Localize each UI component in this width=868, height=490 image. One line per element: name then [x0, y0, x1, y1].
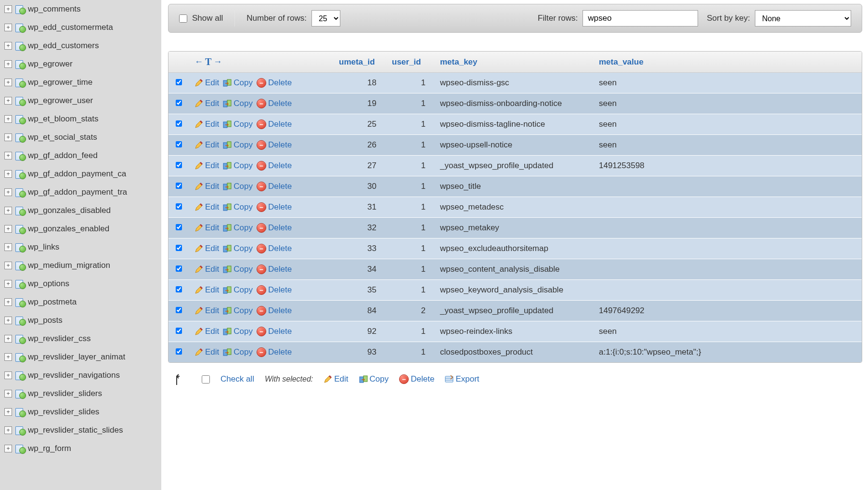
copy-button[interactable]: Copy	[223, 244, 253, 253]
table-name-label[interactable]: wp_options	[28, 279, 69, 289]
row-checkbox[interactable]	[176, 183, 182, 189]
expand-icon[interactable]: +	[4, 97, 12, 105]
expand-icon[interactable]: +	[4, 262, 12, 269]
table-name-label[interactable]: wp_gonzales_enabled	[28, 224, 109, 234]
delete-button[interactable]: –Delete	[257, 182, 292, 191]
expand-icon[interactable]: +	[4, 225, 12, 233]
copy-button[interactable]: Copy	[223, 202, 253, 212]
arrow-left-icon[interactable]: ←	[194, 57, 203, 67]
bulk-copy-button[interactable]: Copy	[359, 374, 389, 384]
check-all-link[interactable]: Check all	[220, 374, 254, 384]
check-all-checkbox[interactable]	[202, 375, 210, 384]
delete-button[interactable]: –Delete	[257, 78, 292, 88]
table-name-label[interactable]: wp_et_social_stats	[28, 132, 97, 142]
delete-button[interactable]: –Delete	[257, 223, 292, 233]
table-name-label[interactable]: wp_links	[28, 242, 59, 252]
expand-icon[interactable]: +	[4, 371, 12, 379]
expand-icon[interactable]: +	[4, 335, 12, 343]
th-user-id[interactable]: user_id	[386, 52, 434, 73]
expand-icon[interactable]: +	[4, 426, 12, 434]
copy-button[interactable]: Copy	[223, 265, 253, 274]
edit-button[interactable]: Edit	[194, 78, 219, 88]
expand-icon[interactable]: +	[4, 42, 12, 50]
delete-button[interactable]: –Delete	[257, 347, 292, 357]
bulk-export-button[interactable]: Export	[445, 374, 479, 384]
fulltext-icon[interactable]: T	[205, 56, 211, 67]
expand-icon[interactable]: +	[4, 243, 12, 251]
row-checkbox[interactable]	[176, 120, 182, 127]
expand-icon[interactable]: +	[4, 353, 12, 361]
tree-table-item[interactable]: +wp_gonzales_enabled	[4, 220, 161, 238]
tree-table-item[interactable]: +wp_revslider_css	[4, 330, 161, 348]
expand-icon[interactable]: +	[4, 170, 12, 178]
tree-table-item[interactable]: +wp_revslider_layer_animat	[4, 348, 161, 366]
filter-input[interactable]	[583, 10, 698, 26]
tree-table-item[interactable]: +wp_egrower_user	[4, 92, 161, 110]
tree-table-item[interactable]: +wp_gf_addon_payment_tra	[4, 183, 161, 201]
delete-button[interactable]: –Delete	[257, 202, 292, 212]
delete-button[interactable]: –Delete	[257, 99, 292, 108]
row-checkbox[interactable]	[176, 348, 182, 355]
table-name-label[interactable]: wp_et_bloom_stats	[28, 114, 98, 124]
delete-button[interactable]: –Delete	[257, 119, 292, 129]
edit-button[interactable]: Edit	[194, 244, 219, 253]
tree-table-item[interactable]: +wp_posts	[4, 311, 161, 330]
copy-button[interactable]: Copy	[223, 327, 253, 336]
expand-icon[interactable]: +	[4, 298, 12, 306]
table-name-label[interactable]: wp_posts	[28, 316, 63, 325]
row-checkbox[interactable]	[176, 265, 182, 272]
tree-table-item[interactable]: +wp_medium_migration	[4, 256, 161, 275]
table-name-label[interactable]: wp_revslider_layer_animat	[28, 352, 125, 362]
table-name-label[interactable]: wp_egrower_user	[28, 96, 93, 106]
edit-button[interactable]: Edit	[194, 99, 219, 108]
row-checkbox[interactable]	[176, 100, 182, 106]
table-name-label[interactable]: wp_edd_customermeta	[28, 23, 113, 32]
expand-icon[interactable]: +	[4, 133, 12, 141]
row-checkbox[interactable]	[176, 224, 182, 230]
row-checkbox[interactable]	[176, 307, 182, 313]
edit-button[interactable]: Edit	[194, 223, 219, 233]
edit-button[interactable]: Edit	[194, 265, 219, 274]
table-name-label[interactable]: wp_revslider_css	[28, 334, 91, 344]
bulk-delete-button[interactable]: – Delete	[399, 374, 434, 384]
table-name-label[interactable]: wp_gonzales_disabled	[28, 206, 111, 215]
tree-table-item[interactable]: +wp_edd_customermeta	[4, 18, 161, 37]
table-name-label[interactable]: wp_rg_form	[28, 444, 71, 453]
expand-icon[interactable]: +	[4, 207, 12, 214]
edit-button[interactable]: Edit	[194, 347, 219, 357]
sidebar-resize-handle[interactable]	[158, 0, 161, 490]
tree-table-item[interactable]: +wp_revslider_slides	[4, 403, 161, 421]
delete-button[interactable]: –Delete	[257, 265, 292, 274]
tree-table-item[interactable]: +wp_et_bloom_stats	[4, 110, 161, 128]
expand-icon[interactable]: +	[4, 152, 12, 159]
tree-table-item[interactable]: +wp_rg_form	[4, 439, 161, 458]
edit-button[interactable]: Edit	[194, 285, 219, 295]
table-name-label[interactable]: wp_gf_addon_payment_ca	[28, 169, 126, 179]
tree-table-item[interactable]: +wp_gonzales_disabled	[4, 201, 161, 220]
tree-table-item[interactable]: +wp_gf_addon_feed	[4, 146, 161, 165]
delete-button[interactable]: –Delete	[257, 327, 292, 336]
table-name-label[interactable]: wp_comments	[28, 4, 81, 14]
table-name-label[interactable]: wp_egrower_time	[28, 78, 92, 87]
copy-button[interactable]: Copy	[223, 140, 253, 150]
table-name-label[interactable]: wp_revslider_slides	[28, 407, 99, 417]
copy-button[interactable]: Copy	[223, 306, 253, 316]
edit-button[interactable]: Edit	[194, 182, 219, 191]
tree-table-item[interactable]: +wp_comments	[4, 0, 161, 18]
edit-button[interactable]: Edit	[194, 161, 219, 171]
edit-button[interactable]: Edit	[194, 306, 219, 316]
expand-icon[interactable]: +	[4, 24, 12, 31]
delete-button[interactable]: –Delete	[257, 140, 292, 150]
table-name-label[interactable]: wp_revslider_navigations	[28, 371, 120, 380]
row-checkbox[interactable]	[176, 79, 182, 85]
th-meta-key[interactable]: meta_key	[434, 52, 593, 73]
table-name-label[interactable]: wp_gf_addon_feed	[28, 151, 98, 160]
expand-icon[interactable]: +	[4, 390, 12, 397]
th-umeta-id[interactable]: umeta_id	[333, 52, 386, 73]
table-name-label[interactable]: wp_gf_addon_payment_tra	[28, 187, 127, 197]
tree-table-item[interactable]: +wp_gf_addon_payment_ca	[4, 165, 161, 183]
table-name-label[interactable]: wp_medium_migration	[28, 261, 110, 270]
rows-select[interactable]: 25	[311, 10, 340, 26]
row-checkbox[interactable]	[176, 162, 182, 168]
arrow-right-icon[interactable]: →	[213, 57, 222, 67]
